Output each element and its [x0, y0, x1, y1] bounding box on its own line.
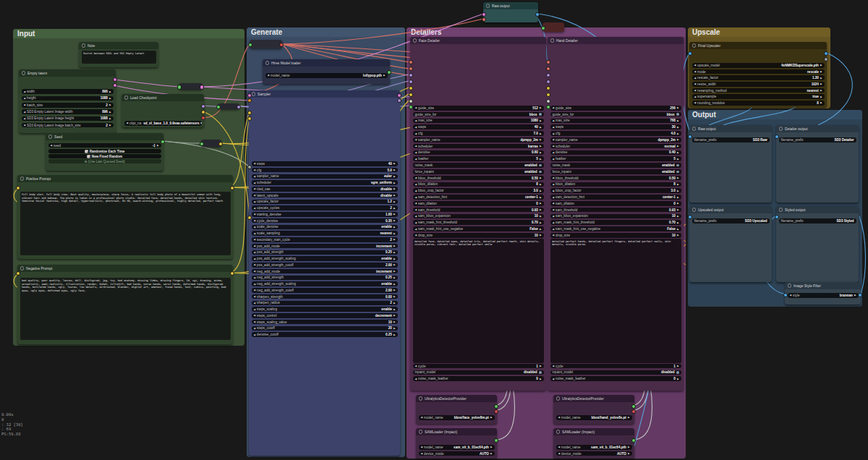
decrement-arrow-icon[interactable]: ◀ [415, 151, 417, 154]
widget-sam-dilation[interactable]: ◀sam_dilation0▶ [413, 201, 544, 206]
increment-arrow-icon[interactable]: ▶ [628, 446, 630, 448]
widget-noise-mask[interactable]: noise_maskenabled [413, 163, 544, 168]
decrement-arrow-icon[interactable]: ◀ [553, 208, 555, 211]
toggle-dot-icon[interactable] [676, 113, 678, 115]
node-upscaled-output[interactable]: Upscaled outputfilename_prefixSD3 Upscal… [689, 206, 772, 282]
increment-arrow-icon[interactable]: ▶ [820, 64, 822, 67]
increment-arrow-icon[interactable]: ▶ [677, 234, 679, 237]
collapse-icon[interactable] [124, 95, 128, 99]
widget-neg-add-mode[interactable]: ◀neg_add_modeincrement▶ [252, 269, 398, 274]
node-hires-model-loader[interactable]: Hires Model loader◀model_namelollypop.pt… [263, 59, 390, 84]
widget-force-inpaint[interactable]: force_inpaintenabled [413, 169, 544, 174]
decrement-arrow-icon[interactable]: ◀ [415, 228, 417, 231]
increment-arrow-icon[interactable]: ▶ [540, 189, 542, 192]
increment-arrow-icon[interactable]: ▶ [540, 132, 542, 135]
increment-arrow-icon[interactable]: ▶ [393, 302, 396, 304]
widget-sam-threshold[interactable]: ◀sam_threshold0.93▶ [550, 208, 681, 213]
widget-scheduler[interactable]: ◀schedulernormal▶ [550, 144, 681, 149]
increment-arrow-icon[interactable]: ▶ [677, 176, 679, 179]
collapse-icon[interactable] [692, 127, 696, 130]
increment-arrow-icon[interactable]: ▶ [157, 144, 159, 147]
increment-arrow-icon[interactable]: ▶ [540, 126, 542, 129]
button--use-last-queued-seed-[interactable]: ♻ (Use Last Queued Seed) [48, 159, 161, 163]
increment-arrow-icon[interactable]: ▶ [628, 416, 630, 419]
decrement-arrow-icon[interactable]: ◀ [415, 365, 417, 367]
increment-arrow-icon[interactable]: ▶ [854, 294, 856, 297]
decrement-arrow-icon[interactable]: ◀ [553, 234, 555, 237]
decrement-arrow-icon[interactable]: ◀ [553, 145, 555, 148]
toggle-dot-icon[interactable] [676, 164, 678, 166]
node-gen-collapsed[interactable] [250, 40, 282, 48]
decrement-arrow-icon[interactable]: ◀ [553, 378, 555, 380]
increment-arrow-icon[interactable]: ▶ [393, 182, 396, 184]
collapse-icon[interactable] [692, 43, 696, 47]
widget-cfg[interactable]: ◀cfg7.0▶ [413, 131, 544, 136]
node-header[interactable]: SAMLoader (Impact) [416, 428, 497, 435]
decrement-arrow-icon[interactable]: ◀ [421, 452, 423, 455]
increment-arrow-icon[interactable]: ▶ [677, 228, 679, 231]
decrement-arrow-icon[interactable]: ◀ [254, 244, 256, 247]
widget-steps[interactable]: ◀steps40▶ [413, 124, 544, 129]
widget-scale-denoise[interactable]: ◀scale_denoiseenable▶ [252, 225, 398, 230]
widget-filename-prefix[interactable]: filename_prefixSD3 Detailer [779, 137, 856, 142]
decrement-arrow-icon[interactable]: ◀ [553, 228, 555, 231]
widget-neg-add-strength-scaling[interactable]: ◀neg_add_strength_scalingenable▶ [252, 281, 398, 286]
widget-bbox-threshold[interactable]: ◀bbox_threshold0.50▶ [550, 176, 681, 181]
increment-arrow-icon[interactable]: ▶ [677, 189, 679, 192]
decrement-arrow-icon[interactable]: ◀ [694, 77, 697, 80]
node-load-checkpoint[interactable]: Load Checkpoint◀ckpt_nasd_xl_base_1.0_0.… [122, 94, 204, 127]
widget-pos-add-strength[interactable]: ◀pos_add_strength0.25▶ [252, 250, 398, 255]
decrement-arrow-icon[interactable]: ◀ [558, 452, 561, 455]
increment-arrow-icon[interactable]: ▶ [540, 365, 542, 367]
node-negative-prompt[interactable]: Negative Promptbad quality, poor quality… [17, 265, 233, 344]
decrement-arrow-icon[interactable]: ◀ [415, 208, 417, 211]
increment-arrow-icon[interactable]: ▶ [677, 196, 679, 199]
group-titlebar-output[interactable]: Output [688, 110, 862, 119]
decrement-arrow-icon[interactable]: ◀ [415, 145, 417, 148]
widget-bbox-dilation[interactable]: ◀bbox_dilation8▶ [550, 182, 681, 187]
decrement-arrow-icon[interactable]: ◀ [421, 446, 423, 448]
decrement-arrow-icon[interactable]: ◀ [553, 158, 555, 161]
textarea-note[interactable]: Switch between SDXL and SD3 Empty Latent [82, 51, 156, 64]
port-dot[interactable] [177, 85, 182, 89]
node-collapsed-maroon[interactable] [542, 22, 564, 32]
decrement-arrow-icon[interactable]: ◀ [254, 238, 256, 241]
group-titlebar-input[interactable]: Input [13, 29, 244, 38]
toggle-dot-icon[interactable] [539, 164, 541, 166]
widget-steps-cutoff[interactable]: ◀steps_cutoff20▶ [252, 326, 398, 331]
widget-sharpen-strength[interactable]: ◀sharpen_strength0.00▶ [252, 294, 398, 299]
widget-bbox-dilation[interactable]: ◀bbox_dilation8▶ [413, 182, 544, 187]
node-header[interactable]: Image Style Filter [785, 282, 861, 289]
toggle-dot-icon[interactable] [676, 371, 678, 373]
increment-arrow-icon[interactable]: ▶ [109, 111, 111, 114]
collapse-icon[interactable] [48, 135, 52, 138]
widget-device-mode[interactable]: ◀device_modeAUTO▶ [419, 451, 495, 456]
decrement-arrow-icon[interactable]: ◀ [24, 90, 26, 93]
increment-arrow-icon[interactable]: ▶ [540, 234, 542, 237]
increment-arrow-icon[interactable]: ▶ [540, 145, 542, 148]
increment-arrow-icon[interactable]: ▶ [393, 226, 396, 229]
widget-model-name[interactable]: ◀model_namesam_vit_b_01ec64.pth▶ [419, 445, 495, 450]
widget-sampler-name[interactable]: ◀sampler_nameeuler▶ [252, 174, 398, 179]
widget-sam-mask-hint-use-negative[interactable]: ◀sam_mask_hint_use_negativeFalse▶ [550, 226, 681, 231]
collapse-icon[interactable] [692, 208, 696, 211]
increment-arrow-icon[interactable]: ▶ [109, 97, 111, 100]
decrement-arrow-icon[interactable]: ◀ [268, 74, 270, 77]
widget-cfg[interactable]: ◀cfg5.0▶ [252, 168, 398, 173]
widget-filename-prefix[interactable]: filename_prefixSD3 Styled [779, 218, 856, 223]
collapse-icon[interactable] [265, 61, 269, 64]
node-header[interactable]: UltralyticsDetectorProvider [553, 395, 634, 402]
increment-arrow-icon[interactable]: ▶ [677, 151, 679, 154]
widget-steps-control[interactable]: ◀steps_controldecrement▶ [252, 313, 398, 318]
port-dot[interactable] [535, 12, 540, 17]
node-note[interactable]: NoteSwitch between SDXL and SD3 Empty La… [79, 42, 158, 67]
graph-canvas[interactable]: InputGenerateDetailersUpscaleOutputNoteS… [0, 0, 868, 460]
widget-denoise[interactable]: ◀denoise0.60▶ [413, 150, 544, 156]
group-titlebar-upscale[interactable]: Upscale [688, 27, 830, 37]
textarea-negative-prompt[interactable]: bad quality, poor quality, lowres, doll,… [20, 278, 231, 340]
port-dot[interactable] [200, 85, 204, 89]
increment-arrow-icon[interactable]: ▶ [820, 95, 822, 98]
increment-arrow-icon[interactable]: ▶ [540, 176, 542, 179]
collapse-icon[interactable] [550, 38, 554, 42]
widget-ckpt-na[interactable]: ◀ckpt_nasd_xl_base_1.0_0.9vae.safetensor… [124, 121, 202, 126]
